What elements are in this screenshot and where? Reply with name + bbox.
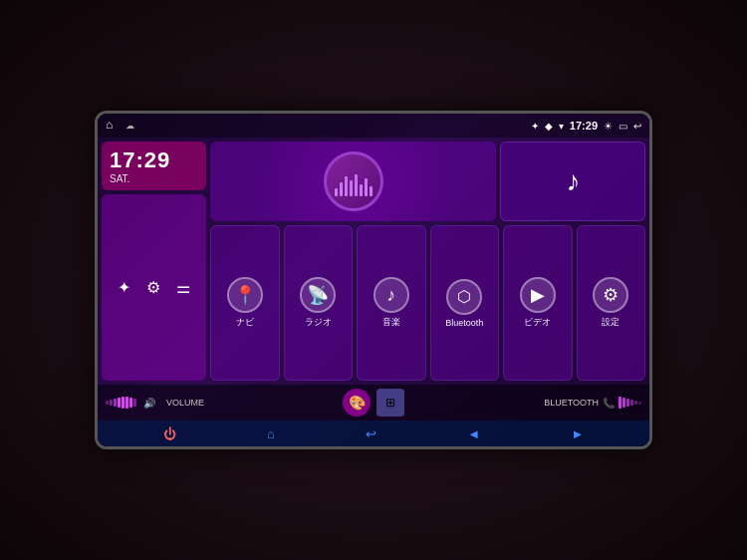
app-video[interactable]: ▶ ビデオ — [503, 225, 573, 381]
vol-bar-6 — [125, 397, 128, 409]
bt-bar-2 — [622, 398, 625, 408]
vol-bar-5 — [122, 397, 124, 409]
settings-icon-circle: ⚙ — [593, 277, 628, 313]
video-icon: ▶ — [531, 284, 545, 306]
vis-bar-1 — [335, 188, 338, 196]
equalizer-ctrl-icon[interactable]: ⚌ — [176, 278, 190, 297]
location-status-icon: ◆ — [545, 121, 553, 132]
vol-bar-8 — [133, 399, 136, 407]
volume-section: 🔊 VOLUME — [106, 397, 343, 409]
bt-bar-6 — [638, 402, 641, 405]
power-nav-icon[interactable]: ⏻ — [163, 426, 176, 441]
car-dashboard: ⌂ ☁ ✦ ◆ ▾ 17:29 ☀ ▭ ↩ — [0, 0, 747, 560]
vol-bar-2 — [110, 400, 113, 406]
bt-bar-4 — [630, 400, 633, 406]
main-content: 17:29 SAT. ✦ ⚙ ⚌ — [98, 138, 649, 385]
left-panel: 17:29 SAT. ✦ ⚙ ⚌ — [102, 141, 206, 381]
vis-bar-3 — [345, 176, 348, 196]
status-right: ✦ ◆ ▾ 17:29 ☀ ▭ ↩ — [531, 120, 641, 132]
radio-icon: 📡 — [307, 284, 329, 306]
vol-up-nav-icon[interactable]: ► — [571, 426, 584, 441]
music-player-widget[interactable] — [210, 141, 496, 221]
settings-icon: ⚙ — [603, 284, 619, 306]
bluetooth-icon: ⬡ — [457, 287, 471, 306]
status-time: 17:29 — [570, 120, 598, 132]
app-bluetooth[interactable]: ⬡ Bluetooth — [430, 225, 500, 381]
bluetooth-bottom-label: BLUETOOTH — [544, 398, 599, 408]
bluetooth-icon-circle: ⬡ — [446, 279, 482, 315]
visualizer-bars — [335, 166, 373, 196]
back-nav-icon[interactable]: ↩ — [366, 426, 376, 441]
bt-signal-bars — [619, 397, 641, 409]
app-navi[interactable]: 📍 ナビ — [210, 225, 280, 381]
volume-bars — [106, 397, 136, 409]
time-widget: 17:29 SAT. — [102, 141, 206, 190]
bt-bar-3 — [626, 399, 629, 407]
bluetooth-label: Bluetooth — [445, 318, 483, 328]
brightness-status-icon: ☀ — [604, 121, 613, 132]
vol-bar-1 — [106, 401, 109, 405]
music-label: 音楽 — [382, 316, 400, 329]
vis-bar-7 — [365, 178, 368, 196]
radio-label: ラジオ — [305, 316, 332, 329]
date-display: SAT. — [110, 173, 198, 184]
signal-status-icon: ▾ — [559, 121, 564, 132]
navi-icon: 📍 — [234, 284, 256, 306]
center-controls: 🎨 ⊞ — [343, 389, 404, 417]
bluetooth-section: BLUETOOTH 📞 — [404, 397, 641, 409]
weather-icon: ☁ — [125, 121, 134, 131]
vis-bar-8 — [370, 186, 373, 196]
vol-bar-3 — [114, 399, 117, 407]
bt-bar-5 — [634, 401, 637, 405]
palette-button[interactable]: 🎨 — [343, 389, 371, 417]
settings-ctrl-icon[interactable]: ⚙ — [146, 278, 160, 297]
vis-bar-4 — [350, 180, 353, 196]
vol-down-nav-icon[interactable]: ◄ — [467, 426, 480, 441]
screen-bezel: ⌂ ☁ ✦ ◆ ▾ 17:29 ☀ ▭ ↩ — [95, 111, 652, 449]
vis-bar-2 — [340, 182, 343, 196]
top-row: ♪ — [210, 141, 645, 221]
home-nav-icon[interactable]: ⌂ — [267, 426, 275, 441]
vis-bar-6 — [360, 184, 363, 196]
volume-label: VOLUME — [166, 398, 204, 408]
music-note-widget[interactable]: ♪ — [500, 141, 645, 221]
music-note-icon: ♪ — [566, 165, 580, 197]
status-left: ⌂ ☁ — [106, 118, 134, 134]
video-label: ビデオ — [524, 316, 551, 329]
bluetooth-status-icon: ✦ — [531, 121, 539, 132]
speaker-icon: 🔊 — [143, 398, 155, 409]
video-icon-circle: ▶ — [520, 277, 556, 313]
settings-label: 設定 — [602, 316, 620, 329]
grid-button[interactable]: ⊞ — [376, 389, 404, 417]
clock-display: 17:29 — [110, 147, 198, 173]
vol-bar-4 — [118, 398, 121, 408]
brightness-ctrl-icon[interactable]: ✦ — [118, 278, 130, 297]
radio-icon-circle: 📡 — [300, 277, 336, 313]
back-status-icon[interactable]: ↩ — [633, 121, 641, 132]
nav-bar: ⏻ ⌂ ↩ ◄ ► — [98, 420, 649, 446]
center-right: ♪ 📍 ナビ 📡 — [210, 141, 645, 381]
navi-label: ナビ — [236, 316, 254, 329]
bottom-bar: 🔊 VOLUME 🎨 ⊞ BLUETOOTH 📞 — [98, 385, 649, 420]
music-visualizer — [324, 151, 383, 211]
vis-bar-5 — [355, 174, 358, 196]
music-icon: ♪ — [386, 285, 395, 306]
screen-status-icon: ▭ — [619, 121, 627, 132]
app-music[interactable]: ♪ 音楽 — [357, 225, 426, 381]
home-status-icon[interactable]: ⌂ — [106, 118, 122, 134]
app-grid: 📍 ナビ 📡 ラジオ ♪ — [210, 225, 645, 381]
bt-bar-1 — [619, 397, 622, 409]
status-bar: ⌂ ☁ ✦ ◆ ▾ 17:29 ☀ ▭ ↩ — [98, 114, 649, 138]
main-screen: ⌂ ☁ ✦ ◆ ▾ 17:29 ☀ ▭ ↩ — [98, 114, 649, 446]
vol-bar-7 — [129, 398, 132, 408]
navi-icon-circle: 📍 — [227, 277, 263, 313]
music-icon-circle: ♪ — [374, 277, 409, 313]
app-radio[interactable]: 📡 ラジオ — [284, 225, 354, 381]
controls-widget: ✦ ⚙ ⚌ — [102, 194, 206, 381]
app-settings[interactable]: ⚙ 設定 — [577, 225, 646, 381]
